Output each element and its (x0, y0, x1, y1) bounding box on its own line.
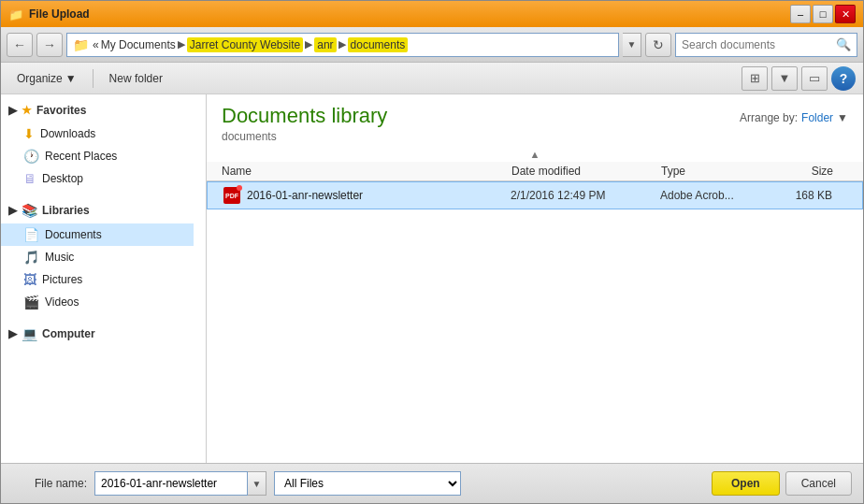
breadcrumb-anr: anr (314, 37, 336, 52)
sidebar-item-music[interactable]: 🎵 Music (1, 246, 194, 268)
search-input[interactable] (682, 38, 832, 51)
libraries-icon: 📚 (22, 203, 37, 218)
music-icon: 🎵 (23, 250, 39, 265)
window-title: File Upload (29, 7, 785, 21)
file-upload-dialog: 📁 File Upload – □ ✕ ← → 📁 « My Documents… (0, 0, 864, 504)
computer-section[interactable]: ▶ 💻 Computer (1, 321, 194, 347)
arrange-by: Arrange by: Folder ▼ (740, 111, 848, 124)
column-headers: Name Date modified Type Size (207, 162, 863, 181)
favorites-section[interactable]: ▶ ★ Favorites (1, 98, 194, 122)
downloads-icon: ⬇ (23, 126, 35, 141)
file-type: Adobe Acrob... (660, 189, 772, 202)
filetype-select-wrapper: All Files (274, 471, 461, 496)
pictures-label: Pictures (42, 273, 82, 286)
open-button[interactable]: Open (712, 471, 780, 496)
forward-button[interactable]: → (36, 33, 63, 57)
nav-pane-inner: ▶ ★ Favorites ⬇ Downloads 🕐 Recent Place… (1, 94, 194, 351)
organize-button[interactable]: Organize ▼ (8, 65, 85, 92)
minimize-button[interactable]: – (790, 5, 811, 23)
documents-label: Documents (45, 228, 102, 241)
new-folder-label: New folder (109, 72, 163, 85)
help-button[interactable]: ? (831, 66, 856, 91)
nav-pane: ▶ ★ Favorites ⬇ Downloads 🕐 Recent Place… (1, 94, 207, 463)
toolbar-separator (93, 69, 94, 88)
col-header-date[interactable]: Date modified (511, 165, 661, 178)
address-dropdown-button[interactable]: ▼ (623, 33, 641, 57)
libraries-label: Libraries (42, 204, 90, 217)
computer-expand-icon: ▶ (8, 327, 17, 340)
col-header-type[interactable]: Type (661, 165, 773, 178)
organize-label: Organize (17, 72, 63, 85)
close-button[interactable]: ✕ (835, 5, 856, 23)
bottom-bar: File name: ▼ All Files Open Cancel (1, 463, 863, 503)
view-dropdown-button[interactable]: ▼ (771, 66, 798, 91)
videos-icon: 🎬 (23, 295, 39, 310)
music-label: Music (45, 251, 74, 264)
breadcrumb-documents: documents (348, 37, 409, 52)
action-row: File name: ▼ All Files Open Cancel (12, 471, 852, 496)
arrange-by-label: Arrange by: (740, 111, 798, 124)
refresh-button[interactable]: ↻ (645, 33, 671, 57)
sidebar-item-desktop[interactable]: 🖥 Desktop (1, 167, 194, 190)
breadcrumb-arrow-3: ▶ (338, 38, 346, 50)
file-icon: PDF (223, 186, 241, 205)
pictures-icon: 🖼 (23, 272, 36, 287)
favorites-star-icon: ★ (22, 104, 32, 117)
documents-icon: 📄 (23, 227, 39, 242)
col-header-size[interactable]: Size (773, 165, 848, 178)
arrange-by-value[interactable]: Folder (801, 111, 833, 124)
file-size: 168 KB (772, 189, 847, 202)
breadcrumb-arrow-1: ▶ (178, 38, 185, 50)
window-controls: – □ ✕ (790, 5, 856, 23)
pdf-icon: PDF (223, 187, 240, 204)
filename-input[interactable] (94, 471, 248, 496)
address-folder-icon: 📁 (73, 37, 89, 52)
organize-dropdown-icon: ▼ (65, 72, 77, 85)
sidebar-item-recent-places[interactable]: 🕐 Recent Places (1, 145, 194, 167)
sidebar-item-documents[interactable]: 📄 Documents (1, 223, 194, 246)
new-folder-button[interactable]: New folder (101, 65, 171, 92)
window-icon: 📁 (8, 7, 23, 22)
address-field[interactable]: 📁 « My Documents ▶ Jarret County Website… (66, 33, 619, 57)
arrange-by-dropdown-icon[interactable]: ▼ (837, 111, 848, 124)
breadcrumb-my-documents: My Documents (101, 38, 176, 51)
filename-dropdown-button[interactable]: ▼ (248, 471, 266, 496)
file-list: PDF 2016-01-anr-newsletter 2/1/2016 12:4… (207, 181, 863, 463)
downloads-label: Downloads (40, 127, 95, 140)
file-pane-header: Documents library documents Arrange by: … (207, 94, 863, 147)
address-bar: ← → 📁 « My Documents ▶ Jarret County Web… (1, 27, 863, 63)
search-box[interactable]: 🔍 (675, 33, 857, 57)
favorites-expand-icon: ▶ (8, 104, 17, 117)
desktop-label: Desktop (42, 172, 83, 185)
maximize-button[interactable]: □ (813, 5, 833, 23)
libraries-section[interactable]: ▶ 📚 Libraries (1, 197, 194, 223)
sort-arrow: ▲ (207, 147, 863, 162)
main-content: ▶ ★ Favorites ⬇ Downloads 🕐 Recent Place… (1, 94, 863, 463)
recent-places-icon: 🕐 (23, 149, 39, 164)
filetype-select[interactable]: All Files (274, 471, 461, 496)
file-date: 2/1/2016 12:49 PM (511, 189, 660, 202)
file-pane: Documents library documents Arrange by: … (207, 94, 863, 463)
file-row[interactable]: PDF 2016-01-anr-newsletter 2/1/2016 12:4… (207, 181, 863, 209)
computer-label: Computer (42, 327, 95, 340)
action-buttons: Open Cancel (712, 471, 852, 496)
filename-row: File name: ▼ All Files (12, 471, 461, 496)
toolbar: Organize ▼ New folder ⊞ ▼ ▭ ? (1, 63, 863, 94)
view-button[interactable]: ⊞ (742, 66, 768, 91)
computer-icon: 💻 (22, 326, 37, 341)
library-subtitle: documents (222, 130, 387, 143)
back-button[interactable]: ← (7, 33, 33, 57)
cancel-button[interactable]: Cancel (785, 471, 852, 496)
breadcrumb-arrow-2: ▶ (305, 38, 312, 50)
search-icon: 🔍 (836, 37, 851, 51)
col-header-name[interactable]: Name (222, 165, 511, 178)
desktop-icon: 🖥 (23, 171, 36, 186)
preview-button[interactable]: ▭ (801, 66, 828, 91)
sidebar-item-pictures[interactable]: 🖼 Pictures (1, 268, 194, 291)
library-title-area: Documents library documents (222, 104, 387, 143)
sidebar-item-videos[interactable]: 🎬 Videos (1, 291, 194, 313)
filename-input-wrapper: ▼ (94, 471, 266, 496)
toolbar-right: ⊞ ▼ ▭ ? (742, 66, 856, 91)
sidebar-item-downloads[interactable]: ⬇ Downloads (1, 122, 194, 145)
breadcrumb-prefix: « (93, 38, 99, 51)
